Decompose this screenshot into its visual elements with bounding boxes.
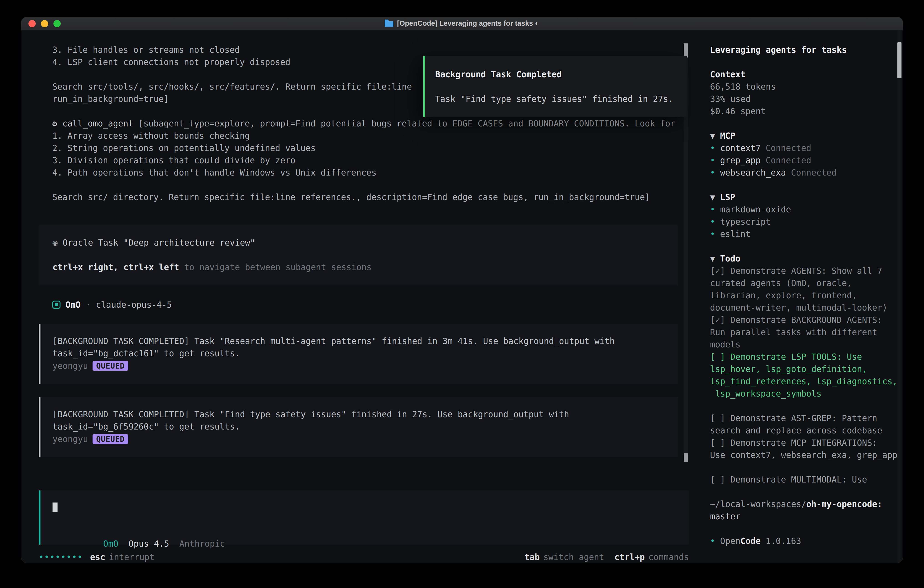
message-text: [BACKGROUND TASK COMPLETED] Task "Find t… [53, 408, 669, 421]
agent-separator: · [81, 300, 96, 310]
gear-icon: ⚙ [52, 119, 57, 129]
input-model-name: Opus 4.5 [129, 539, 169, 549]
minimize-button[interactable] [41, 20, 48, 27]
commands-label: commands [648, 552, 689, 562]
lsp-name: eslint [720, 229, 751, 239]
oracle-task-icon: ◉ [53, 238, 58, 248]
esc-key: esc [90, 552, 105, 562]
context-used: 33% used [710, 93, 903, 105]
context-heading: Context [710, 68, 903, 81]
chevron-down-icon: ▼ [710, 131, 715, 141]
todo-section-header[interactable]: ▼Todo [710, 253, 903, 265]
todo-heading: Todo [720, 254, 740, 264]
lsp-item: •eslint [710, 228, 903, 240]
mcp-item: •websearch_exaConnected [710, 167, 903, 179]
lsp-section-header[interactable]: ▼LSP [710, 191, 903, 203]
queued-badge: QUEUED [92, 434, 128, 444]
workspace-path: ~/local-workspaces/oh-my-opencode: [710, 498, 903, 510]
lsp-heading: LSP [720, 192, 735, 202]
titlebar[interactable]: [OpenCode] Leveraging agents for tasks ◐ [21, 17, 903, 30]
lsp-item: •markdown-oxide [710, 203, 903, 216]
status-dot-icon: • [710, 229, 715, 239]
context-tokens: 66,518 tokens [710, 81, 903, 93]
spacer [53, 249, 664, 261]
todo-item: [✓] Demonstrate AGENTS: Show all 7 curat… [710, 265, 903, 314]
status-dot-icon: • [710, 155, 715, 165]
agent-header: OmO · claude-opus-4-5 [39, 299, 701, 311]
sidebar-scrollbar-track[interactable] [898, 30, 901, 563]
scrollbar-thumb[interactable] [684, 43, 688, 58]
agent-model: claude-opus-4-5 [96, 300, 172, 310]
version-name-bold: Code [740, 536, 761, 546]
navigation-hint: ctrl+x right, ctrl+x left to navigate be… [53, 261, 664, 274]
prompt-input[interactable]: OmOOpus 4.5Anthropic [39, 491, 689, 545]
sidebar-scrollbar-thumb[interactable] [898, 42, 901, 78]
input-provider-name: Anthropic [179, 539, 225, 549]
status-dot-icon: • [710, 536, 715, 546]
mcp-name: context7 [720, 143, 761, 153]
status-dot-icon: • [710, 217, 715, 227]
mcp-item: •grep_appConnected [710, 154, 903, 167]
tab-hint: tabswitch agent [525, 552, 604, 562]
commands-hint: ctrl+pcommands [614, 552, 689, 562]
tool-name-text: call_omo_agent [63, 119, 134, 129]
terminal-line: 4. Path operations that don't handle Win… [39, 167, 701, 179]
version-name-dim: Open [720, 536, 740, 546]
terminal-line: 2. String operations on potentially unde… [39, 142, 701, 154]
tool-args: [subagent_type=explore, prompt=Find pote… [133, 119, 675, 129]
tab-label: switch agent [543, 552, 604, 562]
esc-label: interrupt [109, 552, 154, 562]
terminal-line: 1. Array access without bounds checking [39, 130, 701, 142]
spacer [435, 81, 678, 93]
oracle-title-text: Oracle Task "Deep architecture review" [63, 238, 255, 248]
mcp-section-header[interactable]: ▼MCP [710, 130, 903, 142]
chevron-down-icon: ▼ [710, 254, 715, 264]
zoom-button[interactable] [53, 20, 61, 27]
background-task-notification: Background Task Completed Task "Find typ… [423, 56, 687, 117]
oracle-task-title: ◉ Oracle Task "Deep architecture review" [53, 237, 664, 249]
status-dot-icon: • [710, 143, 715, 153]
queued-badge: QUEUED [92, 361, 128, 371]
scrollbar-thumb[interactable] [684, 453, 688, 462]
todo-item: [ ] Demonstrate MULTIMODAL: Use [710, 474, 903, 486]
mcp-item: •context7Connected [710, 142, 903, 154]
context-spent: $0.46 spent [710, 105, 903, 117]
message-block: [BACKGROUND TASK COMPLETED] Task "Resear… [39, 324, 678, 384]
terminal-line: 3. Division operations that could divide… [39, 154, 701, 167]
notification-body: Task "Find type safety issues" finished … [435, 93, 678, 105]
tool-call-line: ⚙ call_omo_agent [subagent_type=explore,… [39, 117, 701, 130]
status-bar: •••••••• esc interrupt tabswitch agent c… [39, 551, 689, 563]
mcp-status: Connected [766, 143, 811, 153]
tool-name [57, 119, 62, 129]
message-meta: yeongyu QUEUED [53, 433, 669, 445]
mcp-status: Connected [791, 168, 837, 178]
status-left: •••••••• esc interrupt [39, 552, 155, 562]
oracle-task-box: ◉ Oracle Task "Deep architecture review"… [39, 225, 678, 285]
input-agent-name: OmO [103, 539, 119, 549]
close-button[interactable] [28, 20, 36, 27]
message-text: [BACKGROUND TASK COMPLETED] Task "Resear… [53, 335, 669, 347]
todo-item: [ ] Demonstrate LSP TOOLS: Use lsp_hover… [710, 351, 903, 400]
message-text: task_id="bg_dcfac161" to get results. [53, 347, 669, 360]
scrollback-area[interactable]: 3. File handles or streams not closed 4.… [21, 30, 701, 491]
mcp-heading: MCP [720, 131, 735, 141]
mcp-status: Connected [766, 155, 811, 165]
message-author: yeongyu [53, 434, 88, 444]
workspace-dir: ~/local-workspaces/ [710, 499, 806, 509]
todo-item: [✓] Demonstrate BACKGROUND AGENTS: Run p… [710, 314, 903, 351]
todo-item: [ ] Demonstrate AST-GREP: Pattern search… [710, 412, 903, 437]
hint-label: to navigate between subagent sessions [179, 263, 371, 272]
version-row: •OpenCode1.0.163 [710, 535, 903, 547]
hint-keys: ctrl+x right, ctrl+x left [53, 263, 179, 272]
window-title: [OpenCode] Leveraging agents for tasks ◐ [385, 19, 539, 28]
folder-icon [385, 21, 393, 27]
status-right: tabswitch agent ctrl+pcommands [525, 552, 689, 562]
mcp-name: websearch_exa [720, 168, 786, 178]
chevron-down-icon: ▼ [710, 192, 715, 202]
tab-key: tab [525, 552, 540, 562]
message-author: yeongyu [53, 361, 88, 371]
omo-agent-icon [52, 301, 61, 309]
input-line[interactable] [53, 501, 689, 513]
lsp-item: •typescript [710, 216, 903, 228]
terminal-line: Search src/ directory. Return specific f… [39, 191, 701, 203]
